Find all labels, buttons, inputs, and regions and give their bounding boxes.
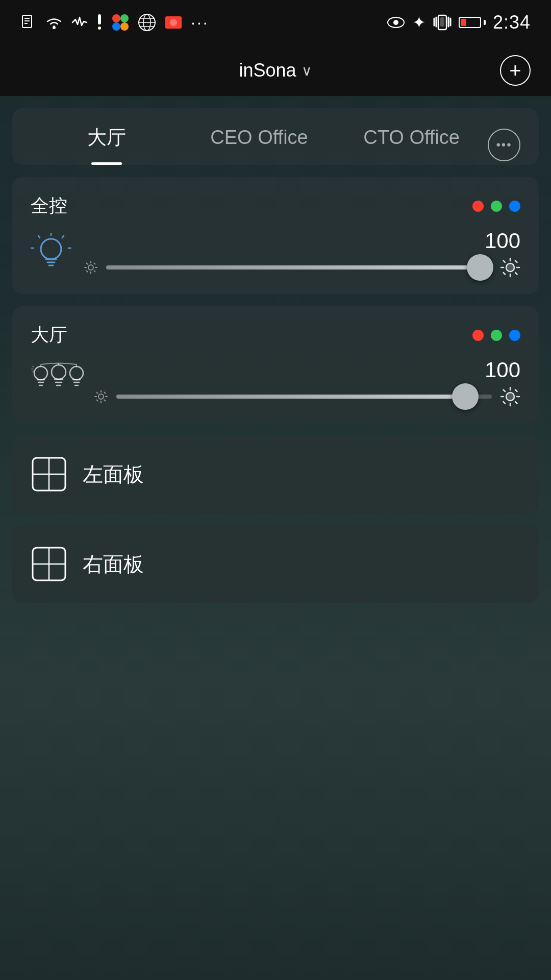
tabs-row: 大厅 CEO Office CTO Office ••• [31,125,520,165]
svg-line-47 [515,273,517,275]
svg-point-9 [112,22,120,31]
dot-red-2 [472,330,484,341]
svg-line-74 [515,402,517,404]
svg-point-4 [53,26,56,29]
svg-line-30 [38,236,40,238]
svg-point-68 [506,393,514,401]
brightness-slider-quankong: 100 [84,229,520,278]
svg-point-59 [98,394,104,399]
svg-line-65 [105,400,106,401]
tab-dating[interactable]: 大厅 [31,125,183,165]
svg-point-7 [112,14,120,22]
dot-blue-2 [509,330,520,341]
status-time: 2:34 [493,12,531,33]
svg-point-50 [34,366,47,380]
health-icon [71,15,88,30]
battery-indicator [459,17,486,28]
svg-point-51 [52,365,66,379]
card-body-dating: 100 [31,358,520,407]
sun-large-icon [500,257,520,278]
svg-point-32 [88,265,93,270]
svg-point-41 [506,263,514,272]
panel-left-icon [31,456,67,493]
sun-small-icon-2 [94,389,108,404]
brightness-value-quankong: 100 [84,229,520,253]
svg-point-8 [120,14,129,22]
app-header: inSona ∨ + [0,45,551,96]
more-dots-icon: ••• [496,138,512,152]
wifi-icon [45,15,63,30]
tab-cto-office[interactable]: CTO Office [335,127,488,163]
control-card-quankong: 全控 [12,177,539,294]
panel-right-icon [31,546,67,582]
header-title-group[interactable]: inSona ∨ [239,60,312,81]
card-header-quankong: 全控 [31,193,520,218]
status-bar: ··· ✦ 2:34 [0,0,551,45]
svg-rect-6 [98,27,101,30]
color-dots-quankong [472,201,520,212]
svg-line-49 [504,273,506,275]
globe-icon [138,13,156,32]
color-dots-dating [472,330,520,341]
alert-icon [96,14,103,31]
status-left-icons: ··· [20,13,209,32]
card-title-quankong: 全控 [31,193,67,218]
svg-line-76 [504,402,506,404]
sun-large-icon-2 [500,386,520,407]
eye-icon [387,16,405,29]
card-title-dating: 大厅 [31,323,67,348]
apps-icon [111,13,130,32]
svg-line-57 [32,366,34,367]
tab-container: 大厅 CEO Office CTO Office ••• [12,108,539,165]
panel-left-item[interactable]: 左面板 [12,435,539,513]
svg-line-39 [94,263,95,264]
dot-green-2 [491,330,502,341]
add-button[interactable]: + [500,55,531,86]
app-name: inSona [239,60,296,81]
multi-light-icon [31,362,82,403]
svg-line-48 [515,261,517,263]
tab-ceo-office[interactable]: CEO Office [183,127,336,163]
svg-line-66 [105,393,106,394]
brightness-value-dating: 100 [94,358,520,382]
svg-line-67 [97,400,98,401]
photo-icon [164,13,183,32]
status-right-icons: ✦ 2:34 [387,12,531,33]
svg-line-64 [97,393,98,394]
svg-line-73 [504,390,506,392]
svg-line-28 [62,236,64,238]
main-content: 大厅 CEO Office CTO Office ••• 全控 [0,96,551,603]
dot-blue [509,201,520,212]
card-body-quankong: 100 [31,229,520,278]
svg-line-46 [504,261,506,263]
single-light-icon [31,233,71,274]
svg-point-10 [120,22,129,31]
bluetooth-icon: ✦ [412,14,426,31]
panel-left-label: 左面板 [83,460,144,488]
dot-green [491,201,502,212]
svg-point-17 [170,19,177,26]
panel-right-item[interactable]: 右面板 [12,525,539,603]
brightness-slider-dating: 100 [94,358,520,407]
dot-red [472,201,484,212]
slider-track-dating[interactable] [116,395,492,399]
svg-line-40 [87,271,88,272]
tab-more-button[interactable]: ••• [488,129,520,161]
svg-rect-5 [98,14,101,24]
plus-icon: + [509,60,521,81]
document-icon [20,14,37,31]
control-card-dating: 大厅 [12,306,539,423]
vibrate-icon [433,14,452,31]
svg-point-19 [393,20,398,25]
svg-point-26 [41,239,61,259]
svg-line-37 [87,263,88,264]
header-chevron-icon: ∨ [302,62,312,79]
svg-line-38 [94,271,95,272]
sun-small-icon [84,260,98,275]
slider-track-quankong[interactable] [106,265,492,270]
svg-line-75 [515,390,517,392]
more-icon: ··· [191,14,209,31]
panel-right-label: 右面板 [83,550,144,578]
svg-rect-21 [440,17,444,27]
slider-row-quankong [84,257,520,278]
